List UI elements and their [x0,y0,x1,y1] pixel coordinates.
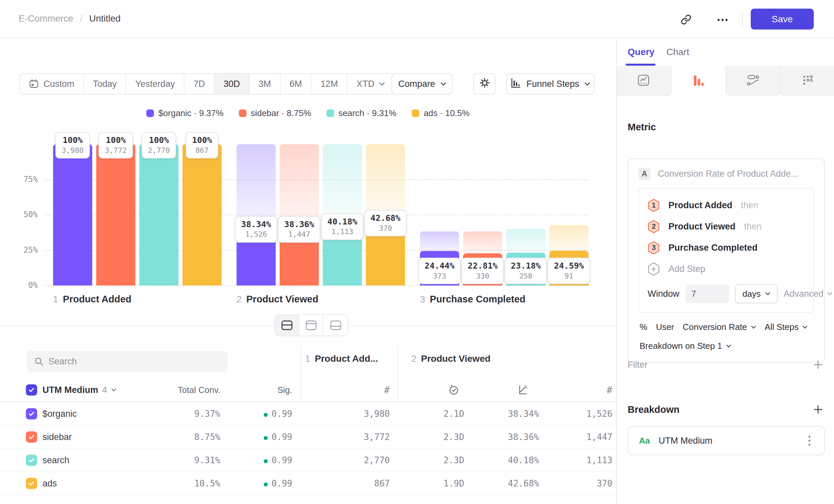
step-badge-icon: 3 [648,241,660,255]
add-breakdown-button[interactable] [811,403,825,416]
breakdown-options-button[interactable] [803,433,816,448]
save-button[interactable]: Save [751,8,814,29]
chevron-down-icon [379,82,385,86]
table-row-ads[interactable]: ads10.5%0.998671.9D42.68%370 [0,472,616,495]
breakdown-heading: Breakdown [628,404,679,415]
sig-dot-icon [264,482,268,486]
bar-value-card: 38.36%1,447 [278,216,321,243]
breadcrumb-report-title[interactable]: Untitled [89,13,121,24]
legend-item-sidebar[interactable]: sidebar · 8.75% [239,108,311,118]
table-search [26,351,227,372]
compare-button[interactable]: Compare [392,73,453,94]
conv-rate-column-header[interactable]: % [513,382,534,398]
chart-settings-button[interactable] [474,73,496,94]
date-range-3m[interactable]: 3M [249,74,281,94]
funnel-ghost-bar [463,231,502,256]
row-checkbox[interactable] [26,431,37,443]
view-type-selector[interactable]: Funnel Steps [506,73,594,94]
row-significance: 0.99 [226,426,292,449]
breakdown-on-step-select[interactable]: Breakdown on Step 1 [640,341,814,351]
breadcrumb-project[interactable]: E-Commerce [19,13,73,24]
avg-time-column-header[interactable] [443,382,464,398]
row-checkbox[interactable] [26,478,37,489]
table-only-view-button[interactable] [324,315,348,336]
query-step-1[interactable]: 1 Product Added then [648,196,805,214]
date-range-6m[interactable]: 6M [281,74,312,94]
chart-type-insights[interactable] [617,66,672,95]
copy-link-button[interactable] [679,13,693,27]
date-range-custom[interactable]: Custom [20,74,84,94]
funnel-bar-sidebar-step1[interactable] [96,144,135,285]
date-range-yesterday[interactable]: Yesterday [126,74,184,94]
measurement-metric-select[interactable]: Conversion Rate [683,322,756,332]
chevron-down-icon [803,326,808,329]
window-unit-select[interactable]: days [735,284,777,303]
query-step-2[interactable]: 2 Product Viewed then [648,217,805,236]
search-input[interactable] [26,351,227,372]
legend-item-ads[interactable]: ads · 10.5% [412,108,470,118]
row-checkbox[interactable] [26,455,37,466]
add-filter-button[interactable] [811,358,825,371]
tab-chart[interactable]: Chart [666,47,689,58]
table-row-search[interactable]: search9.31%0.992,7702.3D40.18%1,113 [0,449,616,472]
query-step-3[interactable]: 3 Purchase Completed [648,238,805,257]
total-conv-header[interactable]: Total Conv. [154,382,220,398]
more-options-button[interactable] [715,13,730,27]
metric-card: A Conversion Rate of Product Adde... 1 P… [628,159,825,363]
step2-count-column-header[interactable]: # [579,382,612,398]
funnel-bar-organic-step1[interactable] [53,144,92,285]
date-range-today[interactable]: Today [84,74,126,94]
measurement-entity[interactable]: User [656,322,674,332]
step1-count-column-header[interactable]: # [357,382,390,398]
date-range-12m[interactable]: 12M [311,74,348,94]
breadcrumb: E-Commerce / Untitled [19,13,121,24]
metric-summary-row[interactable]: A Conversion Rate of Product Adde... [638,168,814,180]
chevron-down-icon [827,292,832,295]
breakdown-property-card[interactable]: Aa UTM Medium [628,426,825,455]
step2-number: 2 [411,354,416,364]
split-view-button[interactable] [275,315,299,336]
measurement-prefix: % [640,322,647,332]
add-step-button[interactable]: Add Step [648,260,805,278]
chart-type-funnel[interactable] [672,66,726,95]
metric-badge: A [638,168,651,180]
tab-query[interactable]: Query [628,47,655,58]
chart-type-retention[interactable] [781,66,834,95]
row-checkbox[interactable] [26,408,37,419]
breakdown-column-header[interactable]: UTM Medium 4 [42,382,116,398]
window-value-input[interactable] [685,284,729,303]
sig-header[interactable]: Sig. [253,382,292,398]
compare-label: Compare [398,79,435,89]
hash-icon: # [607,384,612,395]
measurement-scope-select[interactable]: All Steps [765,322,808,332]
funnel-bar-search-step1[interactable] [139,144,178,285]
ellipsis-icon [717,18,728,23]
metric-section-heading: Metric [628,122,656,133]
table-step1-header[interactable]: 1 Product Add... [305,353,378,364]
chart-only-view-button[interactable] [299,315,324,336]
advanced-toggle[interactable]: Advanced [784,289,832,299]
select-all-checkbox[interactable] [26,384,37,395]
check-icon [28,480,35,487]
date-range-30d[interactable]: 30D [215,74,250,94]
date-range-7d[interactable]: 7D [184,74,215,94]
funnel-bar-ads-step1[interactable] [182,144,222,285]
table-row-organic[interactable]: $organic9.37%0.993,9802.1D38.34%1,526 [0,402,616,426]
breadcrumb-separator: / [80,13,83,24]
funnel-ghost-bar [549,225,589,253]
row-significance: 0.99 [226,449,292,472]
date-range-xtd[interactable]: XTD [348,74,394,94]
row-name: search [42,449,69,472]
step1-number: 1 [305,354,310,364]
table-step2-header[interactable]: 2 Product Viewed [411,353,491,364]
query-sidebar: Query Chart [616,38,834,504]
sig-dot-icon [264,436,268,440]
funnel-steps-card: 1 Product Added then 2 Product Viewed th… [638,188,814,313]
table-only-view-icon [330,320,342,330]
bar-value-card: 40.18%1,113 [321,213,364,240]
funnel-report-app: E-Commerce / Untitled Save CustomTodayYe… [0,0,834,504]
legend-item-organic[interactable]: $organic · 9.37% [146,108,224,118]
table-row-sidebar[interactable]: sidebar8.75%0.993,7722.3D38.36%1,447 [0,426,616,449]
chart-type-flow[interactable] [726,66,781,95]
legend-item-search[interactable]: search · 9.31% [326,108,396,118]
